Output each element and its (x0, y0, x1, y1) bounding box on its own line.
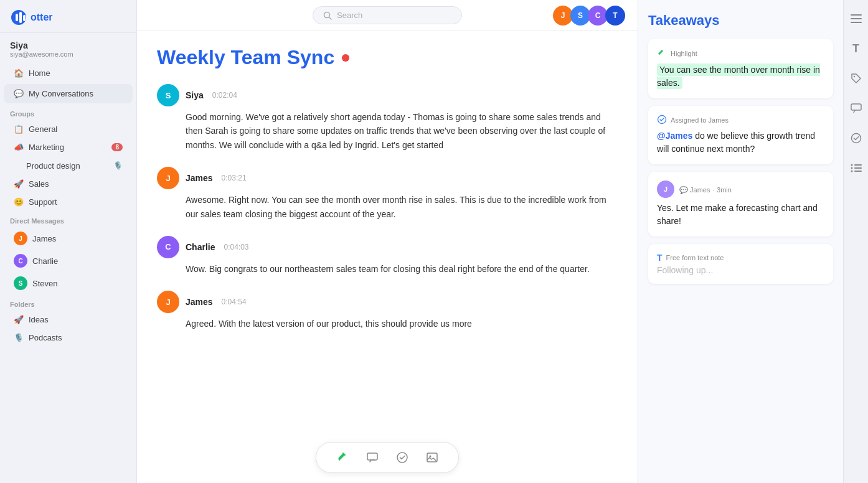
svg-rect-16 (851, 104, 861, 110)
message-sender: James (186, 297, 213, 307)
sidebar-folder-podcasts[interactable]: 🎙️ Podcasts (4, 329, 133, 346)
freeform-type-label[interactable]: Free form text note (666, 254, 724, 261)
search-bar[interactable]: Search (313, 6, 462, 24)
sidebar-item-marketing[interactable]: 📣 Marketing 8 (4, 139, 133, 156)
bullet-list-icon[interactable] (847, 159, 865, 177)
general-label: General (29, 124, 57, 134)
svg-point-22 (851, 171, 852, 172)
message-block: C Charlie 0:04:03 Wow. Big congrats to o… (157, 236, 618, 276)
assigned-label-text: Assigned to James (671, 116, 729, 124)
support-icon: 😊 (14, 197, 24, 207)
svg-point-18 (851, 164, 852, 166)
tag-icon[interactable] (847, 70, 865, 87)
action-tool-button[interactable] (394, 449, 411, 466)
lines-icon[interactable] (847, 10, 865, 27)
marketing-label: Marketing (29, 143, 64, 152)
sidebar-item-support[interactable]: 😊 Support (4, 194, 133, 210)
message-text: Awesome. Right now. You can see the mont… (157, 193, 618, 221)
message-sender: Siya (186, 90, 204, 100)
dm-title: Direct Messages (0, 211, 136, 227)
svg-point-11 (658, 116, 666, 124)
message-sender: James (186, 173, 213, 183)
sidebar-item-sales[interactable]: 🚀 Sales (4, 176, 133, 192)
text-format-icon[interactable]: T (847, 40, 865, 57)
message-header: S Siya 0:02:04 (157, 84, 618, 106)
takeaway-text: @James do we believe this growth trend w… (657, 129, 824, 156)
reply-timeago: 3min (717, 186, 732, 194)
reply-icon: 💬 (679, 186, 690, 194)
svg-rect-2 (19, 12, 22, 23)
logo: otter (10, 9, 60, 26)
marketing-icon: 📣 (14, 143, 24, 152)
reply-avatar: J (657, 181, 674, 198)
user-info: Siya siya@awesome.com (0, 33, 136, 63)
takeaway-card-highlight: Highlight You can see the month over mon… (648, 39, 833, 98)
groups-title: Groups (0, 104, 136, 120)
ideas-label: Ideas (29, 315, 49, 324)
podcasts-icon: 🎙️ (14, 333, 24, 342)
comment-icon[interactable] (847, 100, 865, 117)
svg-text:otter: otter (31, 12, 53, 22)
message-header: J James 0:04:54 (157, 291, 618, 313)
dm-charlie-label: Charlie (32, 256, 58, 266)
assigned-icon (657, 115, 667, 126)
svg-point-20 (851, 167, 852, 169)
svg-rect-3 (23, 15, 26, 21)
message-text: Wow. Big congrats to our northeastern sa… (157, 262, 618, 276)
user-email: siya@awesome.com (10, 50, 126, 58)
folders-title: Folders (0, 294, 136, 311)
sales-icon: 🚀 (14, 179, 24, 189)
mention: @James (657, 131, 692, 141)
highlight-tool-button[interactable] (334, 449, 351, 466)
avatar: S (157, 84, 179, 106)
top-avatars: J S C T (553, 6, 625, 26)
sidebar-home-label: Home (29, 68, 50, 78)
podcasts-label: Podcasts (29, 333, 62, 342)
svg-rect-14 (851, 22, 862, 23)
sidebar: otter Siya siya@awesome.com 🏠 Home 💬 My … (0, 0, 137, 483)
takeaway-label: Highlight (657, 47, 824, 60)
takeaways-title: Takeaways (648, 12, 833, 29)
check-circle-icon[interactable] (847, 129, 865, 147)
svg-point-10 (430, 456, 432, 457)
image-tool-button[interactable] (423, 449, 441, 466)
message-time: 0:03:21 (222, 174, 247, 182)
highlight-card-icon (657, 47, 667, 60)
conversations-icon: 💬 (14, 89, 24, 98)
sidebar-dm-charlie[interactable]: C Charlie (4, 250, 133, 271)
avatar: J (157, 167, 179, 189)
avatar: C (157, 236, 179, 258)
sidebar-header: otter (0, 0, 136, 33)
sidebar-conversations-label: My Conversations (29, 89, 93, 98)
sidebar-dm-steven[interactable]: S Steven (4, 273, 133, 294)
svg-point-15 (853, 76, 854, 77)
sales-label: Sales (29, 179, 49, 189)
takeaway-text: You can see the month over month rise in… (657, 63, 824, 90)
support-label: Support (29, 197, 57, 207)
message-sender: Charlie (186, 242, 215, 252)
sidebar-item-my-conversations[interactable]: 💬 My Conversations (4, 84, 133, 103)
message-block: J James 0:04:54 Agreed. With the latest … (157, 291, 618, 331)
sidebar-item-product-design[interactable]: Product design 🎙️ (4, 157, 133, 174)
svg-point-8 (397, 453, 407, 462)
message-time: 0:02:04 (212, 91, 237, 100)
freeform-placeholder[interactable]: Following up... (657, 265, 824, 275)
sidebar-item-home[interactable]: 🏠 Home (4, 63, 133, 83)
sidebar-item-general[interactable]: 📋 General (4, 121, 133, 138)
message-header: C Charlie 0:04:03 (157, 236, 618, 258)
avatar: J (157, 291, 179, 313)
sidebar-dm-james[interactable]: J James (4, 228, 133, 249)
comment-tool-button[interactable] (364, 449, 381, 466)
product-design-label: Product design (26, 161, 80, 171)
message-time: 0:04:54 (222, 298, 247, 306)
marketing-badge: 8 (111, 143, 123, 151)
svg-rect-7 (367, 453, 377, 460)
chat-title: Weekly Team Sync (157, 46, 334, 69)
svg-point-17 (851, 134, 861, 143)
chat-title-row: Weekly Team Sync (157, 46, 618, 69)
search-icon (323, 11, 332, 20)
home-icon: 🏠 (14, 68, 24, 78)
ideas-icon: 🚀 (14, 315, 24, 324)
sidebar-folder-ideas[interactable]: 🚀 Ideas (4, 311, 133, 328)
dm-steven-label: Steven (32, 279, 57, 288)
